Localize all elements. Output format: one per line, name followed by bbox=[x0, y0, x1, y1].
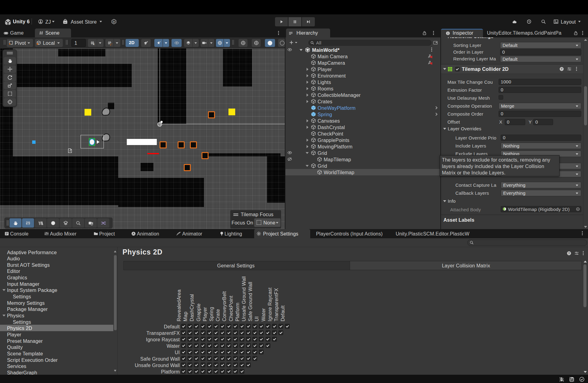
svg-text:X: X bbox=[93, 43, 95, 45]
svg-text:?: ? bbox=[561, 67, 563, 71]
svg-text:D: D bbox=[113, 20, 115, 23]
